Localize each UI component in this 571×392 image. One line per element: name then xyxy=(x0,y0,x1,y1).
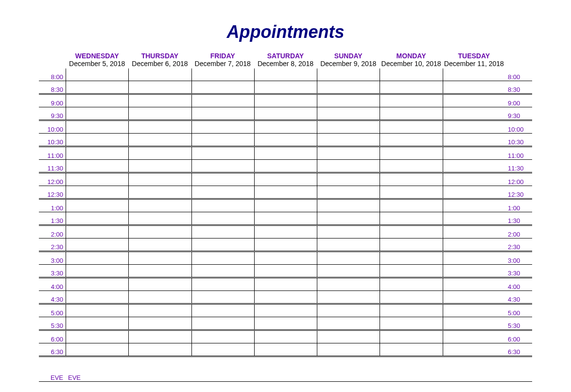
appointment-cell[interactable] xyxy=(317,291,380,303)
appointment-cell[interactable] xyxy=(254,107,317,119)
appointment-cell[interactable] xyxy=(66,95,128,107)
appointment-cell[interactable] xyxy=(191,239,254,251)
appointment-cell[interactable] xyxy=(380,331,442,343)
appointment-cell[interactable] xyxy=(191,200,254,212)
appointment-cell[interactable] xyxy=(191,226,254,238)
appointment-cell[interactable] xyxy=(254,160,317,172)
appointment-cell[interactable] xyxy=(66,160,128,172)
appointment-cell[interactable] xyxy=(191,186,254,198)
appointment-cell[interactable] xyxy=(443,239,505,251)
appointment-cell[interactable] xyxy=(317,200,380,212)
appointment-cell[interactable] xyxy=(380,107,442,119)
appointment-cell[interactable] xyxy=(128,134,191,146)
appointment-cell[interactable] xyxy=(128,317,191,329)
appointment-cell[interactable] xyxy=(443,265,505,277)
appointment-cell[interactable] xyxy=(254,186,317,198)
appointment-cell[interactable] xyxy=(317,186,380,198)
appointment-cell[interactable] xyxy=(380,121,442,133)
appointment-cell[interactable] xyxy=(191,252,254,264)
appointment-cell[interactable] xyxy=(66,173,128,186)
appointment-cell[interactable] xyxy=(317,160,380,172)
appointment-cell[interactable] xyxy=(128,186,191,198)
appointment-cell[interactable] xyxy=(191,331,254,343)
appointment-cell[interactable] xyxy=(443,121,505,133)
appointment-cell[interactable] xyxy=(128,212,191,224)
appointment-cell[interactable] xyxy=(191,68,254,81)
appointment-cell[interactable] xyxy=(254,68,317,81)
appointment-cell[interactable] xyxy=(254,278,317,290)
appointment-cell[interactable] xyxy=(380,226,442,238)
appointment-cell[interactable] xyxy=(317,239,380,251)
appointment-cell[interactable] xyxy=(380,173,442,186)
appointment-cell[interactable] xyxy=(443,95,505,107)
appointment-cell[interactable] xyxy=(254,317,317,329)
appointment-cell[interactable] xyxy=(443,173,505,186)
appointment-cell[interactable] xyxy=(380,278,442,290)
appointment-cell[interactable] xyxy=(380,265,442,277)
appointment-cell[interactable] xyxy=(317,212,380,224)
appointment-cell[interactable] xyxy=(380,252,442,264)
appointment-cell[interactable] xyxy=(191,147,254,159)
appointment-cell[interactable] xyxy=(317,265,380,277)
appointment-cell[interactable] xyxy=(380,160,442,172)
appointment-cell[interactable] xyxy=(380,186,442,198)
appointment-cell[interactable] xyxy=(191,343,254,356)
appointment-cell[interactable] xyxy=(66,265,128,277)
appointment-cell[interactable] xyxy=(317,252,380,264)
appointment-cell[interactable] xyxy=(66,239,128,251)
appointment-cell[interactable] xyxy=(380,81,442,93)
appointment-cell[interactable] xyxy=(443,200,505,212)
appointment-cell[interactable] xyxy=(443,107,505,119)
appointment-cell[interactable] xyxy=(380,95,442,107)
appointment-cell[interactable] xyxy=(254,134,317,146)
appointment-cell[interactable] xyxy=(443,291,505,303)
appointment-cell[interactable] xyxy=(443,305,505,317)
appointment-cell[interactable] xyxy=(128,239,191,251)
appointment-cell[interactable] xyxy=(254,121,317,133)
appointment-cell[interactable] xyxy=(128,95,191,107)
appointment-cell[interactable] xyxy=(66,278,128,290)
appointment-cell[interactable] xyxy=(66,252,128,264)
appointment-cell[interactable] xyxy=(380,68,442,81)
appointment-cell[interactable] xyxy=(128,305,191,317)
appointment-cell[interactable] xyxy=(191,121,254,133)
appointment-cell[interactable] xyxy=(128,200,191,212)
appointment-cell[interactable] xyxy=(443,147,505,159)
appointment-cell[interactable] xyxy=(66,186,128,198)
appointment-cell[interactable] xyxy=(380,212,442,224)
appointment-cell[interactable] xyxy=(317,173,380,186)
appointment-cell[interactable] xyxy=(128,265,191,277)
appointment-cell[interactable] xyxy=(254,212,317,224)
appointment-cell[interactable] xyxy=(317,278,380,290)
appointment-cell[interactable] xyxy=(66,121,128,133)
appointment-cell[interactable] xyxy=(191,265,254,277)
appointment-cell[interactable] xyxy=(254,226,317,238)
appointment-cell[interactable] xyxy=(191,134,254,146)
appointment-cell[interactable] xyxy=(317,317,380,329)
appointment-cell[interactable] xyxy=(191,81,254,93)
appointment-cell[interactable] xyxy=(380,147,442,159)
appointment-cell[interactable] xyxy=(317,343,380,356)
appointment-cell[interactable] xyxy=(66,291,128,303)
appointment-cell[interactable] xyxy=(380,239,442,251)
appointment-cell[interactable] xyxy=(254,239,317,251)
appointment-cell[interactable] xyxy=(254,95,317,107)
appointment-cell[interactable] xyxy=(128,331,191,343)
appointment-cell[interactable] xyxy=(380,317,442,329)
appointment-cell[interactable] xyxy=(380,134,442,146)
appointment-cell[interactable] xyxy=(128,291,191,303)
appointment-cell[interactable] xyxy=(191,212,254,224)
appointment-cell[interactable] xyxy=(380,291,442,303)
appointment-cell[interactable] xyxy=(66,305,128,317)
appointment-cell[interactable] xyxy=(191,278,254,290)
appointment-cell[interactable] xyxy=(443,68,505,81)
appointment-cell[interactable] xyxy=(66,331,128,343)
appointment-cell[interactable] xyxy=(66,134,128,146)
appointment-cell[interactable] xyxy=(254,81,317,93)
appointment-cell[interactable] xyxy=(443,212,505,224)
appointment-cell[interactable] xyxy=(191,95,254,107)
appointment-cell[interactable] xyxy=(443,134,505,146)
appointment-cell[interactable] xyxy=(66,226,128,238)
appointment-cell[interactable] xyxy=(128,278,191,290)
appointment-cell[interactable] xyxy=(128,173,191,186)
